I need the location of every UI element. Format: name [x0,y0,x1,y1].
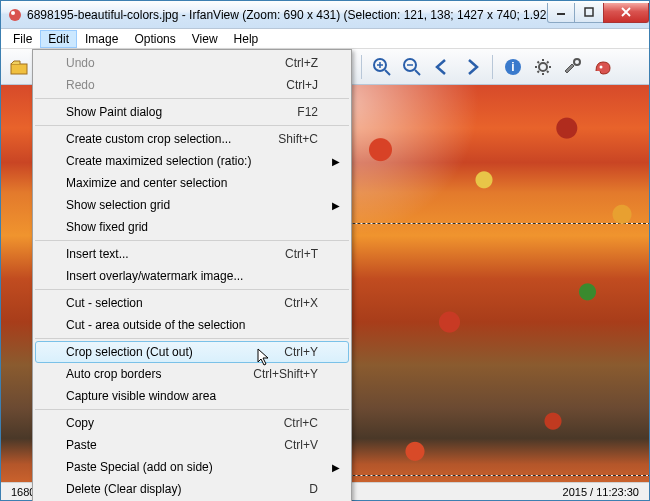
info-icon: i [502,56,524,78]
menuitem-copy[interactable]: CopyCtrl+C [35,412,349,434]
menuitem-delete-clear-display[interactable]: Delete (Clear display)D [35,478,349,500]
menuitem-show-fixed-grid[interactable]: Show fixed grid [35,216,349,238]
menuitem-label: Create custom crop selection... [66,132,278,146]
menuitem-undo: UndoCtrl+Z [35,52,349,74]
menuitem-label: Show Paint dialog [66,105,297,119]
menuitem-shortcut: Ctrl+X [284,296,318,310]
menuitem-shortcut: Ctrl+C [284,416,318,430]
menuitem-label: Show selection grid [66,198,318,212]
menuitem-label: Auto crop borders [66,367,253,381]
minimize-button[interactable] [547,3,575,23]
edit-menu-dropdown: UndoCtrl+ZRedoCtrl+JShow Paint dialogF12… [32,49,352,501]
submenu-arrow-icon: ▶ [332,462,340,473]
info-button[interactable]: i [499,53,527,81]
svg-point-11 [600,65,603,68]
menuitem-crop-selection-cut-out[interactable]: Crop selection (Cut out)Ctrl+Y [35,341,349,363]
menuitem-label: Insert overlay/watermark image... [66,269,318,283]
menuitem-label: Maximize and center selection [66,176,318,190]
menuitem-shortcut: D [309,482,318,496]
menuitem-label: Copy [66,416,284,430]
menuitem-paste[interactable]: PasteCtrl+V [35,434,349,456]
menuitem-label: Insert text... [66,247,285,261]
about-button[interactable] [589,53,617,81]
maximize-button[interactable] [575,3,603,23]
menuitem-label: Delete (Clear display) [66,482,309,496]
menuitem-label: Undo [66,56,285,70]
menu-help[interactable]: Help [226,30,267,48]
zoom-out-icon [401,56,423,78]
zoom-in-icon [371,56,393,78]
menuitem-create-maximized-selection-ratio[interactable]: Create maximized selection (ratio:)▶ [35,150,349,172]
menuitem-shortcut: Ctrl+T [285,247,318,261]
about-icon [592,56,614,78]
svg-point-0 [9,9,21,21]
zoom-out-button[interactable] [398,53,426,81]
next-img-button[interactable] [458,53,486,81]
svg-rect-3 [585,8,593,16]
menuitem-paste-special-add-on-side[interactable]: Paste Special (add on side)▶ [35,456,349,478]
open-icon [8,56,30,78]
menuitem-label: Capture visible window area [66,389,318,403]
menuitem-label: Create maximized selection (ratio:) [66,154,318,168]
menu-file[interactable]: File [5,30,40,48]
next-img-icon [461,56,483,78]
menuitem-show-selection-grid[interactable]: Show selection grid▶ [35,194,349,216]
menuitem-maximize-and-center-selection[interactable]: Maximize and center selection [35,172,349,194]
menuitem-label: Paste [66,438,284,452]
menuitem-create-custom-crop-selection[interactable]: Create custom crop selection...Shift+C [35,128,349,150]
menuitem-label: Crop selection (Cut out) [66,345,284,359]
menuitem-shortcut: Ctrl+Z [285,56,318,70]
menuitem-shortcut: Ctrl+V [284,438,318,452]
close-button[interactable] [603,3,649,23]
titlebar: 6898195-beautiful-colors.jpg - IrfanView… [1,1,649,29]
menuitem-shortcut: Shift+C [278,132,318,146]
menuitem-label: Show fixed grid [66,220,318,234]
menuitem-auto-crop-borders[interactable]: Auto crop bordersCtrl+Shift+Y [35,363,349,385]
menu-view[interactable]: View [184,30,226,48]
menuitem-label: Cut - selection [66,296,284,310]
prev-img-icon [431,56,453,78]
menuitem-cut-selection[interactable]: Cut - selectionCtrl+X [35,292,349,314]
tools-icon [562,56,584,78]
submenu-arrow-icon: ▶ [332,156,340,167]
zoom-in-button[interactable] [368,53,396,81]
menu-options[interactable]: Options [126,30,183,48]
menuitem-shortcut: Ctrl+Shift+Y [253,367,318,381]
menuitem-label: Redo [66,78,286,92]
settings-button[interactable] [529,53,557,81]
svg-text:i: i [511,60,514,74]
menuitem-label: Paste Special (add on side) [66,460,318,474]
svg-point-1 [11,11,15,15]
prev-img-button[interactable] [428,53,456,81]
menubar: FileEditImageOptionsViewHelp [1,29,649,49]
menu-edit[interactable]: Edit [40,30,77,48]
menuitem-label: Cut - area outside of the selection [66,318,318,332]
app-window: 6898195-beautiful-colors.jpg - IrfanView… [0,0,650,501]
svg-point-10 [574,59,580,65]
menuitem-insert-text[interactable]: Insert text...Ctrl+T [35,243,349,265]
app-icon [7,7,23,23]
menuitem-shortcut: Ctrl+Y [284,345,318,359]
menuitem-shortcut: F12 [297,105,318,119]
menuitem-insert-overlay-watermark-image[interactable]: Insert overlay/watermark image... [35,265,349,287]
menuitem-capture-visible-window-area[interactable]: Capture visible window area [35,385,349,407]
svg-rect-4 [11,64,27,74]
menuitem-show-paint-dialog[interactable]: Show Paint dialogF12 [35,101,349,123]
open-button[interactable] [5,53,33,81]
tools-button[interactable] [559,53,587,81]
settings-icon [532,56,554,78]
submenu-arrow-icon: ▶ [332,200,340,211]
window-buttons [547,3,649,23]
status-right: 2015 / 11:23:30 [557,486,645,498]
svg-rect-2 [557,13,565,15]
window-title: 6898195-beautiful-colors.jpg - IrfanView… [27,8,547,22]
menu-image[interactable]: Image [77,30,126,48]
menuitem-redo: RedoCtrl+J [35,74,349,96]
svg-point-9 [539,63,547,71]
menuitem-shortcut: Ctrl+J [286,78,318,92]
menuitem-cut-area-outside-of-the-selection[interactable]: Cut - area outside of the selection [35,314,349,336]
